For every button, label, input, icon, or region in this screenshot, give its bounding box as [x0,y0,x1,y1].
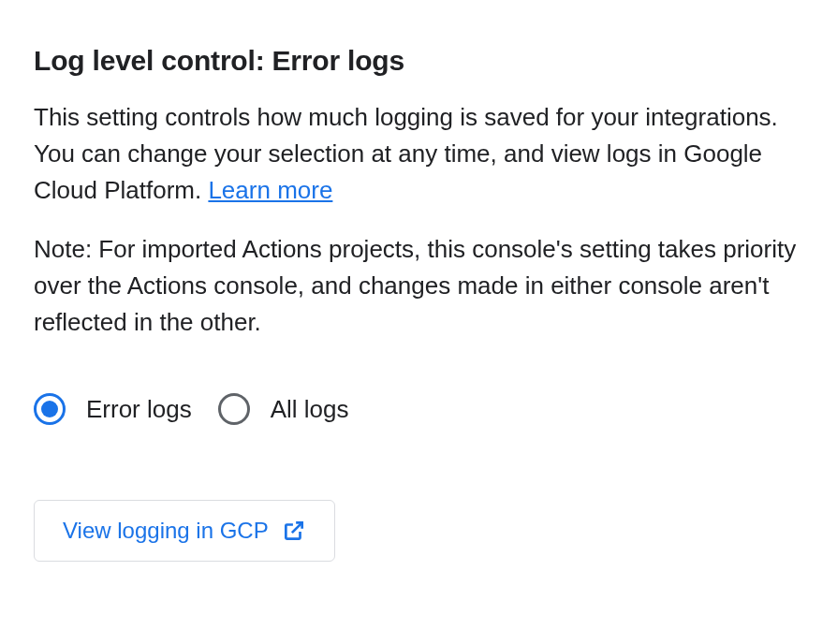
page-title: Log level control: Error logs [34,45,803,77]
description-part1: This setting controls how much logging i… [34,103,778,204]
radio-circle-unselected [218,393,250,425]
radio-error-logs[interactable]: Error logs [34,393,192,425]
radio-dot [41,401,58,417]
view-logging-gcp-button[interactable]: View logging in GCP [34,500,335,562]
log-level-radio-group: Error logs All logs [34,393,803,425]
button-label: View logging in GCP [63,518,269,544]
radio-label-all-logs: All logs [271,395,349,424]
learn-more-link[interactable]: Learn more [208,176,332,204]
note-text: Note: For imported Actions projects, thi… [34,231,801,341]
radio-all-logs[interactable]: All logs [218,393,349,425]
description-text: This setting controls how much logging i… [34,99,801,209]
radio-circle-selected [34,393,66,425]
radio-label-error-logs: Error logs [86,395,192,424]
external-link-icon [282,519,306,543]
